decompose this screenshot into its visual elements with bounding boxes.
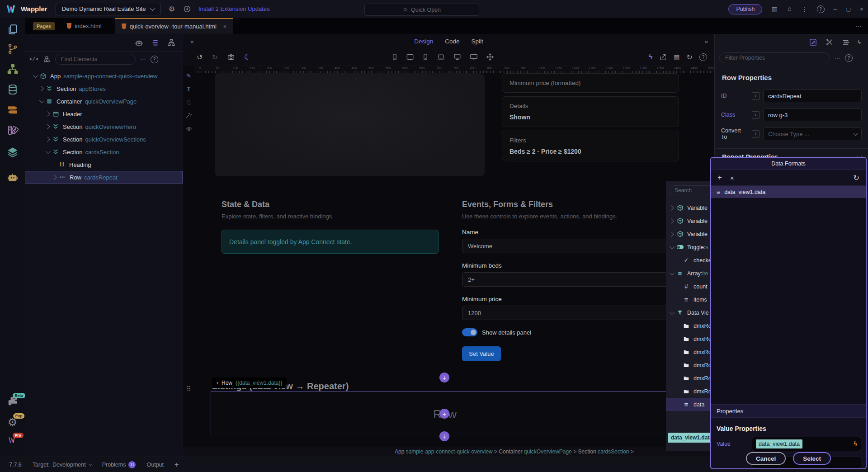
routes-icon[interactable] <box>7 104 19 115</box>
move-icon[interactable] <box>486 53 494 61</box>
blocks-icon[interactable] <box>43 56 51 63</box>
data-picker-item-data[interactable]: ≡data <box>666 398 714 411</box>
desktop-icon[interactable] <box>453 53 462 61</box>
wand-icon[interactable] <box>185 112 192 119</box>
dark-mode-icon[interactable]: ☾ <box>244 52 251 62</box>
convert-to-select[interactable]: Choose Type ... <box>763 127 862 140</box>
close-icon[interactable]: × <box>860 5 863 13</box>
tree-item-quickoverviewpage[interactable]: ContainerquickOverviewPage <box>25 95 183 108</box>
data-picker-item-variable[interactable]: Variable <box>666 214 714 227</box>
field-input-minimum-price[interactable] <box>462 306 679 320</box>
theme-droplet-icon[interactable] <box>787 6 793 13</box>
preview-card[interactable]: DetailsShown <box>502 96 679 127</box>
target-selector[interactable]: Target: Development <box>33 462 91 468</box>
data-picker-item-dmxro[interactable]: dmxRo <box>666 359 714 372</box>
split-code-icon[interactable] <box>826 38 834 46</box>
hero-preview-panel[interactable] <box>215 73 485 176</box>
refresh-icon[interactable]: ↻ <box>687 53 693 61</box>
add-element-button[interactable]: + <box>439 373 449 382</box>
data-picker-item-dmxro[interactable]: dmxRo <box>666 332 714 345</box>
chevron-right-icon[interactable] <box>668 206 675 210</box>
tab-overflow-icon[interactable]: ⋯ <box>855 23 862 30</box>
edit-icon[interactable]: ✎ <box>186 72 191 79</box>
chevron-left-icon[interactable]: ‹ <box>217 380 218 386</box>
restore-icon[interactable]: ▢ <box>846 6 850 12</box>
tab-code[interactable]: Code <box>445 38 459 45</box>
breadcrumb-part[interactable]: quickOverviewPage <box>524 448 572 455</box>
preview-card[interactable]: Minimum price (formatted) <box>502 73 679 93</box>
experimental-icon[interactable]: ⚙Exp <box>8 416 18 429</box>
pro-icon[interactable]: Pro <box>7 435 18 444</box>
grid-view-icon[interactable]: ▦ <box>674 53 679 61</box>
chevron-down-icon[interactable] <box>668 245 675 249</box>
tree-item-appstores[interactable]: SectionappStores <box>25 82 183 95</box>
show-details-toggle[interactable] <box>462 328 477 336</box>
display-icon[interactable] <box>469 53 478 61</box>
bindings-icon[interactable]: ϟ <box>858 39 861 46</box>
screenshot-icon[interactable] <box>227 53 235 61</box>
data-picker-item-items[interactable]: ≡items <box>666 293 714 306</box>
help-icon[interactable]: ? <box>699 53 707 61</box>
database-icon[interactable] <box>7 84 19 95</box>
more-options-icon[interactable]: ⋯ <box>140 56 146 63</box>
refresh-icon[interactable]: ↻ <box>854 174 859 182</box>
help-icon[interactable]: ? <box>845 54 853 62</box>
assistant-icon[interactable] <box>7 171 19 183</box>
data-picker-item-toggle[interactable]: Toggle: s <box>666 241 714 254</box>
layers-icon[interactable] <box>7 146 19 158</box>
tablet-icon[interactable] <box>406 53 414 61</box>
preview-card[interactable]: FiltersBeds ≥ 2 · Price ≥ $1200 <box>502 131 679 161</box>
info-icon[interactable]: i <box>752 92 760 100</box>
select-button[interactable]: Select <box>793 452 831 465</box>
eye-icon[interactable] <box>185 126 193 132</box>
help-icon[interactable]: ? <box>817 5 825 13</box>
info-icon[interactable]: i <box>752 130 760 138</box>
data-picker-item-array[interactable]: ≡Array: ite <box>666 267 714 280</box>
data-picker-item-count[interactable]: #count <box>666 280 714 293</box>
row-element-tag[interactable]: ‹ Row {{data_view1.data}} <box>212 378 287 388</box>
tree-item-cardsrepeat[interactable]: •••RowcardsRepeat <box>25 171 183 184</box>
data-picker-item-dmxro[interactable]: dmxRo <box>666 372 714 385</box>
phone-portrait-icon[interactable] <box>422 53 429 61</box>
chevron-right-icon[interactable] <box>38 87 45 90</box>
remove-format-icon[interactable]: × <box>730 174 734 182</box>
tab-quick-overview[interactable]: quick-overview--tour-manual.html × <box>115 18 233 34</box>
collapse-panel-icon[interactable]: « <box>190 38 194 45</box>
kebab-menu-icon[interactable]: ⋮ <box>802 5 808 13</box>
field-input-name[interactable] <box>462 239 679 253</box>
data-picker-item-datavie[interactable]: Data Vie <box>666 306 714 319</box>
tree-item-sample-app-connect-quick-overview[interactable]: Appsample-app-connect-quick-overview <box>25 70 183 82</box>
info-icon[interactable]: i <box>752 111 760 119</box>
chevron-right-icon[interactable] <box>44 137 51 141</box>
pages-icon[interactable] <box>7 24 19 35</box>
help-icon[interactable]: ? <box>151 56 158 63</box>
chevron-right-icon[interactable] <box>668 232 675 236</box>
close-tab-icon[interactable]: × <box>223 24 226 30</box>
settings-icon[interactable]: ⚙ <box>169 5 175 13</box>
filter-properties-input[interactable] <box>719 52 830 63</box>
chevron-right-icon[interactable] <box>44 125 51 128</box>
flow-icon[interactable] <box>167 38 175 47</box>
chevron-down-icon[interactable] <box>31 74 38 78</box>
chevron-down-icon[interactable] <box>44 150 51 154</box>
add-element-button[interactable]: + <box>439 409 449 419</box>
edit-icon[interactable] <box>809 38 817 47</box>
breadcrumb-part[interactable]: sample-app-connect-quick-overview <box>406 448 493 455</box>
app-structure-icon[interactable] <box>151 39 159 47</box>
tree-item-quickoverviewhero[interactable]: SectionquickOverviewHero <box>25 120 183 133</box>
tree-item-header[interactable]: Header <box>25 108 183 120</box>
pages-badge[interactable]: Pages <box>33 22 55 30</box>
minimize-icon[interactable]: – <box>834 5 837 13</box>
chevron-right-icon[interactable] <box>668 219 675 223</box>
find-elements-input[interactable] <box>55 54 136 65</box>
chevron-right-icon[interactable] <box>51 175 58 179</box>
chevron-down-icon[interactable] <box>668 272 675 275</box>
value-input[interactable]: data_view1.data ϟ <box>752 437 861 451</box>
bindings-icon[interactable]: ϟ <box>649 53 652 61</box>
publish-button[interactable]: Publish <box>728 4 762 14</box>
field-input-minimum-beds[interactable] <box>462 272 679 287</box>
device-icon[interactable] <box>186 99 192 105</box>
download-updates-icon[interactable] <box>183 5 191 13</box>
panel-columns-icon[interactable]: ▥ <box>771 5 777 13</box>
install-updates-link[interactable]: Install 2 Extension Updates <box>198 5 270 12</box>
